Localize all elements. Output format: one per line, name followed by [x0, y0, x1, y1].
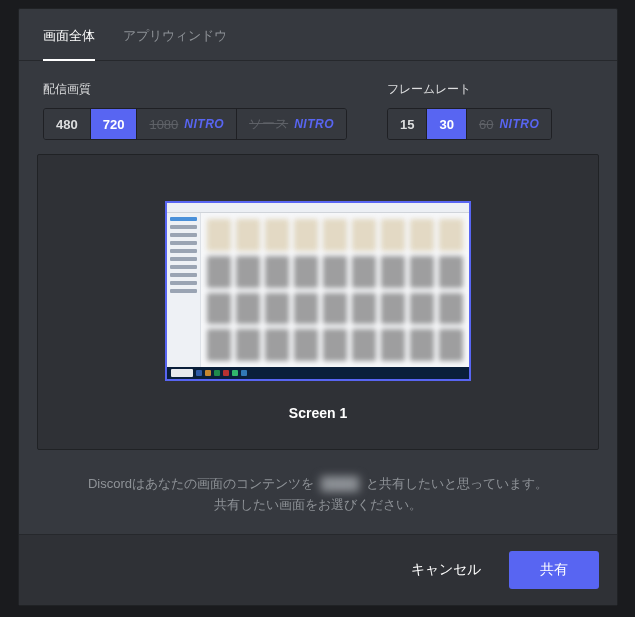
framerate-group: フレームレート 15 30 60 NITRO	[387, 81, 552, 140]
share-button[interactable]: 共有	[509, 551, 599, 589]
screen-1-label: Screen 1	[289, 405, 347, 421]
tab-entire-screen[interactable]: 画面全体	[43, 27, 95, 61]
nitro-badge: NITRO	[499, 117, 539, 131]
quality-group: 配信画質 480 720 1080 NITRO ソース NITRO	[43, 81, 347, 140]
quality-480[interactable]: 480	[44, 109, 91, 139]
tab-app-window[interactable]: アプリウィンドウ	[123, 27, 227, 60]
share-hint: Discordはあなたの画面のコンテンツを ████ と共有したいと思っています…	[19, 464, 617, 534]
quality-1080[interactable]: 1080 NITRO	[137, 109, 237, 139]
fps-30[interactable]: 30	[427, 109, 466, 139]
screen-1-thumbnail[interactable]	[165, 201, 471, 381]
fps-60[interactable]: 60 NITRO	[467, 109, 551, 139]
quality-source[interactable]: ソース NITRO	[237, 109, 346, 139]
quality-720[interactable]: 720	[91, 109, 138, 139]
quality-label: 配信画質	[43, 81, 347, 98]
share-target-redacted: ████	[318, 476, 363, 491]
modal-footer: キャンセル 共有	[19, 534, 617, 605]
fps-15[interactable]: 15	[388, 109, 427, 139]
screen-share-modal: 画面全体 アプリウィンドウ 配信画質 480 720 1080 NITRO ソー…	[18, 8, 618, 606]
framerate-segmented: 15 30 60 NITRO	[387, 108, 552, 140]
screen-preview-area: Screen 1	[37, 154, 599, 450]
quality-segmented: 480 720 1080 NITRO ソース NITRO	[43, 108, 347, 140]
cancel-button[interactable]: キャンセル	[391, 551, 501, 589]
stream-settings: 配信画質 480 720 1080 NITRO ソース NITRO フレームレー…	[19, 61, 617, 154]
source-tabs: 画面全体 アプリウィンドウ	[19, 9, 617, 61]
framerate-label: フレームレート	[387, 81, 552, 98]
nitro-badge: NITRO	[294, 117, 334, 131]
nitro-badge: NITRO	[184, 117, 224, 131]
